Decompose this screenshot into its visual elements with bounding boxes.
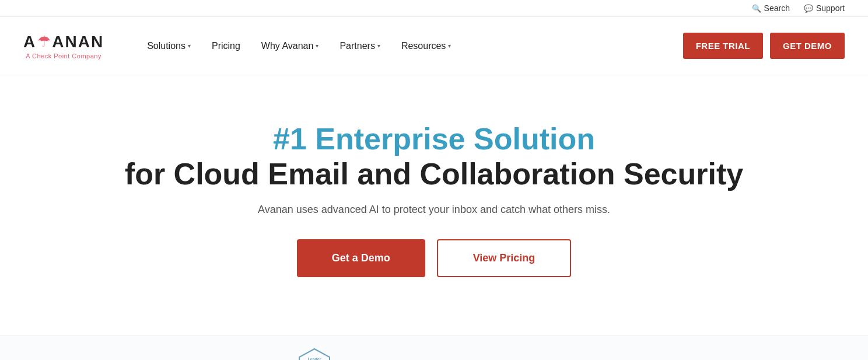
support-link[interactable]: 💬 Support (804, 4, 845, 13)
nav-solutions[interactable]: Solutions ▾ (139, 36, 199, 56)
nav-links: Solutions ▾ Pricing Why Avanan ▾ Partner… (139, 36, 683, 56)
nav-resources[interactable]: Resources ▾ (393, 36, 459, 56)
resources-label: Resources (401, 41, 446, 51)
logo-umbrella-icon: ☂ (37, 33, 51, 51)
solutions-label: Solutions (147, 41, 186, 51)
search-link[interactable]: 🔍 Search (752, 4, 790, 13)
solutions-chevron-icon: ▾ (188, 43, 191, 49)
hero-buttons: Get a Demo View Pricing (297, 239, 572, 277)
logo-text-rest: ANAN (52, 33, 104, 51)
nav-partners[interactable]: Partners ▾ (331, 36, 388, 56)
nav-why-avanan[interactable]: Why Avanan ▾ (253, 36, 327, 56)
why-avanan-chevron-icon: ▾ (316, 43, 318, 49)
get-demo-nav-button[interactable]: GET DEMO (770, 33, 845, 59)
free-trial-button[interactable]: FREE TRIAL (683, 33, 763, 59)
navbar: A ☂ ANAN A Check Point Company Solutions… (0, 17, 868, 75)
support-label: Support (816, 4, 845, 13)
hero-section: #1 Enterprise Solution for Cloud Email a… (0, 75, 868, 335)
hero-subtitle: Avanan uses advanced AI to protect your … (258, 204, 610, 216)
g2-row: Leader G2 2021 Ranked #1 by G2 for Cloud… (0, 335, 868, 360)
pricing-label: Pricing (212, 41, 240, 51)
hero-title-main: for Cloud Email and Collaboration Securi… (125, 157, 743, 192)
search-label: Search (764, 4, 790, 13)
logo-text-a: A (23, 33, 36, 51)
partners-label: Partners (340, 41, 374, 51)
support-icon: 💬 (804, 4, 813, 13)
partners-chevron-icon: ▾ (377, 43, 380, 49)
top-bar: 🔍 Search 💬 Support (0, 0, 868, 17)
view-pricing-button[interactable]: View Pricing (437, 239, 572, 277)
logo-subtitle: A Check Point Company (26, 53, 102, 60)
nav-ctas: FREE TRIAL GET DEMO (683, 33, 845, 59)
why-avanan-label: Why Avanan (261, 41, 314, 51)
resources-chevron-icon: ▾ (448, 43, 451, 49)
g2-badge: Leader G2 2021 (298, 348, 331, 360)
nav-pricing[interactable]: Pricing (204, 36, 249, 56)
svg-text:Leader: Leader (307, 357, 321, 360)
get-demo-button[interactable]: Get a Demo (297, 239, 425, 277)
logo-wordmark: A ☂ ANAN (23, 33, 104, 51)
hero-title-highlight: #1 Enterprise Solution (273, 122, 595, 157)
logo[interactable]: A ☂ ANAN A Check Point Company (23, 33, 104, 60)
search-icon: 🔍 (752, 4, 761, 13)
